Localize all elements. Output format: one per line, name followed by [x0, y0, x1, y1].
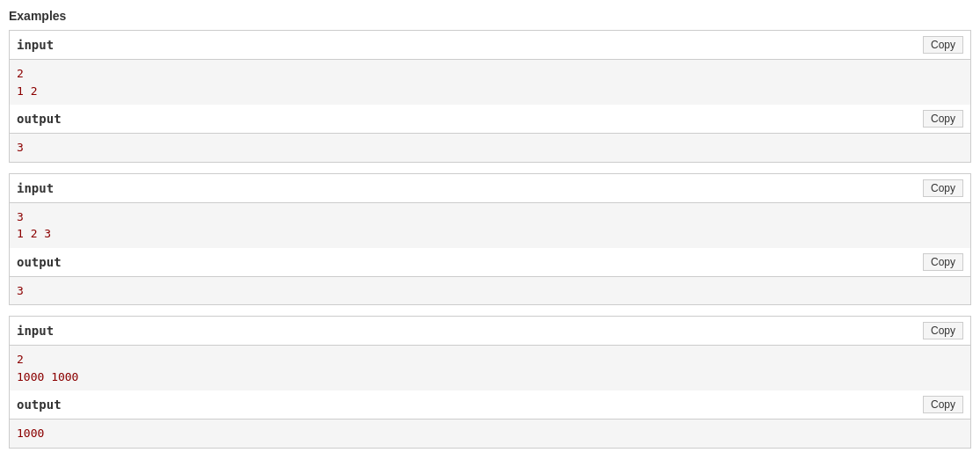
output-header-2: outputCopy	[10, 248, 970, 277]
output-copy-button-3[interactable]: Copy	[923, 396, 963, 413]
output-label-3: output	[17, 398, 62, 412]
input-header-2: inputCopy	[10, 174, 970, 203]
page-title: Examples	[9, 9, 971, 23]
input-label-3: input	[17, 324, 54, 338]
example-group-2: inputCopy3 1 2 3outputCopy3	[9, 173, 971, 306]
input-content-2: 3 1 2 3	[10, 203, 970, 248]
output-content-3: 1000	[10, 420, 970, 448]
input-label-2: input	[17, 181, 54, 195]
input-header-3: inputCopy	[10, 317, 970, 346]
example-group-1: inputCopy2 1 2outputCopy3	[9, 30, 971, 163]
input-copy-button-3[interactable]: Copy	[923, 322, 963, 339]
input-header-1: inputCopy	[10, 31, 970, 60]
output-label-1: output	[17, 112, 62, 126]
input-copy-button-1[interactable]: Copy	[923, 36, 963, 54]
input-content-1: 2 1 2	[10, 60, 970, 105]
output-copy-button-2[interactable]: Copy	[923, 253, 963, 271]
output-header-1: outputCopy	[10, 105, 970, 134]
output-content-2: 3	[10, 277, 970, 305]
output-copy-button-1[interactable]: Copy	[923, 110, 963, 128]
input-label-1: input	[17, 38, 54, 52]
example-group-3: inputCopy2 1000 1000outputCopy1000	[9, 316, 971, 449]
input-copy-button-2[interactable]: Copy	[923, 179, 963, 197]
output-header-3: outputCopy	[10, 390, 970, 420]
input-content-3: 2 1000 1000	[10, 346, 970, 390]
output-content-1: 3	[10, 134, 970, 162]
output-label-2: output	[17, 255, 62, 269]
